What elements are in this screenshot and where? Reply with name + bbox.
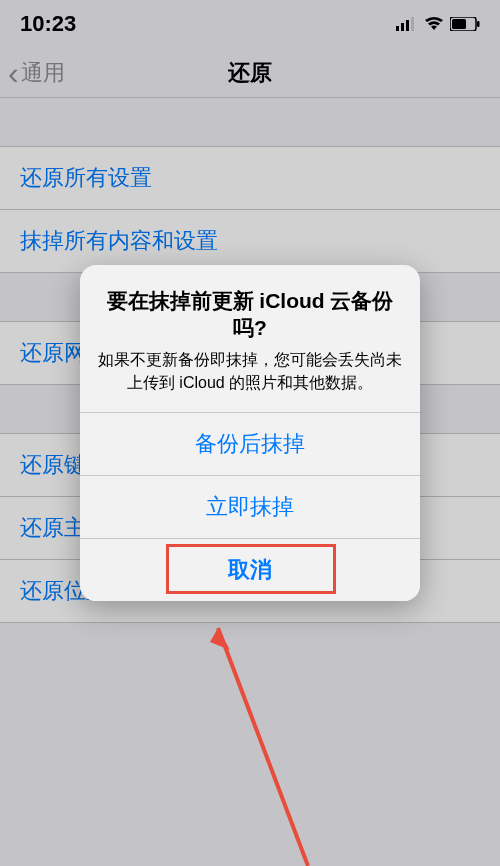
modal-overlay: 要在抹掉前更新 iCloud 云备份吗? 如果不更新备份即抹掉，您可能会丢失尚未… bbox=[0, 0, 500, 866]
cancel-button[interactable]: 取消 bbox=[80, 538, 420, 601]
alert-body: 要在抹掉前更新 iCloud 云备份吗? 如果不更新备份即抹掉，您可能会丢失尚未… bbox=[80, 265, 420, 412]
backup-then-erase-button[interactable]: 备份后抹掉 bbox=[80, 412, 420, 475]
alert-dialog: 要在抹掉前更新 iCloud 云备份吗? 如果不更新备份即抹掉，您可能会丢失尚未… bbox=[80, 265, 420, 601]
alert-title: 要在抹掉前更新 iCloud 云备份吗? bbox=[98, 287, 402, 342]
alert-message: 如果不更新备份即抹掉，您可能会丢失尚未上传到 iCloud 的照片和其他数据。 bbox=[98, 349, 402, 394]
erase-now-button[interactable]: 立即抹掉 bbox=[80, 475, 420, 538]
